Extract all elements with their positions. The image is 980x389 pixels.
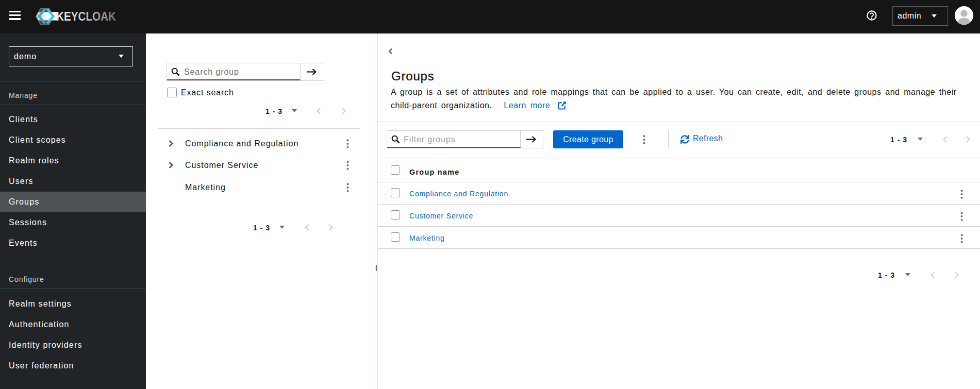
svg-text:KEYCLOAK: KEYCLOAK: [56, 10, 116, 23]
